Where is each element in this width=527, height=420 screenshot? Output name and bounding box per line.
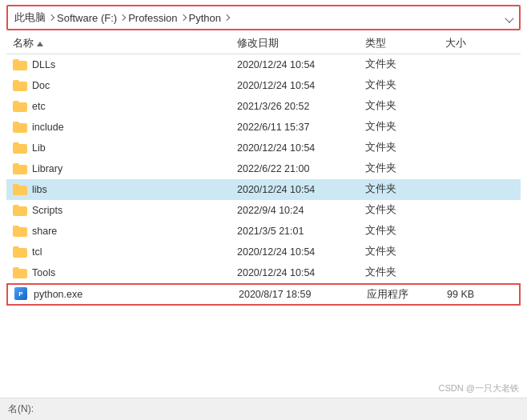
address-bar-end: [506, 12, 513, 24]
file-name-text: Tools: [32, 267, 55, 278]
file-name-text: Lib: [32, 142, 46, 154]
address-bar[interactable]: 此电脑 Software (F:) Profession Python: [6, 5, 521, 30]
file-date: 2021/3/5 21:01: [237, 226, 365, 237]
folder-icon: [13, 184, 27, 195]
table-row[interactable]: DLLs 2020/12/24 10:54 文件夹: [6, 54, 521, 75]
breadcrumb-computer: 此电脑: [14, 10, 46, 25]
file-name-text: share: [32, 226, 57, 237]
folder-icon: [13, 101, 27, 112]
breadcrumb-profession: Profession: [128, 12, 177, 24]
watermark: CSDN @一只大老铁: [439, 382, 519, 394]
folder-icon: [13, 122, 27, 133]
table-row[interactable]: share 2021/3/5 21:01 文件夹: [6, 221, 521, 242]
folder-icon: [13, 163, 27, 174]
file-name-cell: DLLs: [13, 59, 237, 70]
file-name-cell: Library: [13, 163, 237, 174]
table-row[interactable]: P python.exe 2020/8/17 18:59 应用程序 99 KB: [6, 283, 521, 306]
file-type: 文件夹: [365, 120, 445, 134]
file-name-cell: etc: [13, 101, 237, 112]
column-name[interactable]: 名称: [13, 37, 237, 50]
table-row[interactable]: Lib 2020/12/24 10:54 文件夹: [6, 138, 521, 158]
file-size: 99 KB: [447, 289, 511, 300]
table-row[interactable]: tcl 2020/12/24 10:54 文件夹: [6, 242, 521, 262]
file-name-cell: P python.exe: [14, 287, 239, 302]
breadcrumb-python: Python: [189, 12, 221, 24]
file-type: 应用程序: [367, 288, 447, 302]
file-type: 文件夹: [365, 78, 445, 92]
file-date: 2020/12/24 10:54: [237, 184, 365, 195]
file-name-text: libs: [32, 184, 47, 195]
table-row[interactable]: etc 2021/3/26 20:52 文件夹: [6, 96, 521, 117]
file-list: 名称 修改日期 类型 大小 DLLs 2020/12/24 10:54 文件夹 …: [6, 34, 521, 306]
folder-icon: [13, 246, 27, 258]
file-name-cell: Doc: [13, 80, 237, 91]
file-name-cell: Lib: [13, 142, 237, 154]
sort-arrow-icon: [37, 42, 43, 46]
bottom-bar: 名(N):: [0, 398, 527, 420]
file-date: 2022/9/4 10:24: [237, 205, 365, 216]
table-row[interactable]: include 2022/6/11 15:37 文件夹: [6, 117, 521, 138]
file-type: 文件夹: [365, 99, 445, 113]
file-type: 文件夹: [365, 224, 445, 238]
column-type[interactable]: 类型: [365, 37, 445, 50]
table-row[interactable]: libs 2020/12/24 10:54 文件夹: [6, 179, 521, 200]
file-type: 文件夹: [365, 245, 445, 258]
folder-icon: [13, 267, 27, 278]
folder-icon: [13, 142, 27, 154]
file-name-text: Doc: [32, 80, 50, 91]
file-type: 文件夹: [365, 266, 445, 279]
file-date: 2020/12/24 10:54: [237, 267, 365, 278]
file-name-text: include: [32, 122, 64, 133]
breadcrumb-separator-2: [119, 14, 126, 21]
breadcrumb-separator-1: [48, 14, 54, 21]
file-name-text: Library: [32, 163, 62, 174]
chevron-down-icon[interactable]: [505, 14, 513, 22]
file-name-cell: Tools: [13, 267, 237, 278]
file-name-text: etc: [32, 101, 46, 112]
file-date: 2021/3/26 20:52: [237, 101, 365, 112]
file-type: 文件夹: [365, 203, 445, 217]
breadcrumb-drive: Software (F:): [57, 12, 117, 24]
folder-icon: [13, 80, 27, 91]
folder-icon: [13, 205, 27, 216]
file-list-header: 名称 修改日期 类型 大小: [6, 34, 521, 54]
file-name-text: Scripts: [32, 205, 62, 216]
breadcrumb-separator-4: [223, 14, 230, 21]
file-name-text: python.exe: [34, 289, 82, 300]
file-type: 文件夹: [365, 162, 445, 175]
file-date: 2020/12/24 10:54: [237, 246, 365, 258]
exe-icon: P: [14, 287, 29, 302]
folder-icon: [13, 59, 27, 70]
table-row[interactable]: Tools 2020/12/24 10:54 文件夹: [6, 262, 521, 283]
file-type: 文件夹: [365, 141, 445, 154]
file-rows-container: DLLs 2020/12/24 10:54 文件夹 Doc 2020/12/24…: [6, 54, 521, 306]
file-name-cell: Scripts: [13, 205, 237, 216]
file-name-text: DLLs: [32, 59, 55, 70]
file-name-cell: share: [13, 226, 237, 237]
file-type: 文件夹: [365, 182, 445, 196]
file-name-text: tcl: [32, 246, 42, 258]
table-row[interactable]: Library 2022/6/22 21:00 文件夹: [6, 158, 521, 179]
file-name-cell: libs: [13, 184, 237, 195]
file-date: 2020/12/24 10:54: [237, 142, 365, 154]
file-type: 文件夹: [365, 58, 445, 71]
file-date: 2020/8/17 18:59: [239, 289, 367, 300]
column-size[interactable]: 大小: [445, 37, 509, 50]
file-date: 2022/6/22 21:00: [237, 163, 365, 174]
file-name-cell: include: [13, 122, 237, 133]
file-date: 2022/6/11 15:37: [237, 122, 365, 133]
table-row[interactable]: Doc 2020/12/24 10:54 文件夹: [6, 75, 521, 96]
file-date: 2020/12/24 10:54: [237, 59, 365, 70]
file-name-cell: tcl: [13, 246, 237, 258]
column-date[interactable]: 修改日期: [237, 37, 365, 50]
breadcrumb-separator-3: [179, 14, 186, 21]
table-row[interactable]: Scripts 2022/9/4 10:24 文件夹: [6, 200, 521, 221]
folder-icon: [13, 226, 27, 237]
file-date: 2020/12/24 10:54: [237, 80, 365, 91]
